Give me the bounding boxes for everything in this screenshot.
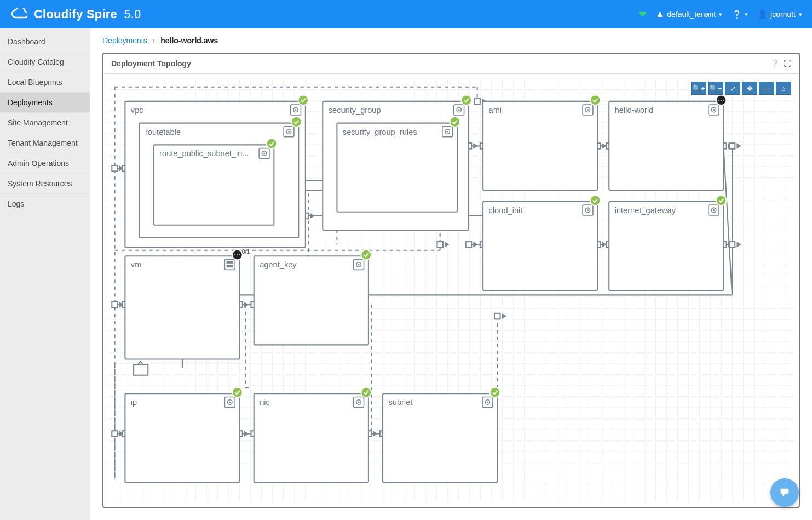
svg-point-71 [713,109,715,111]
help-fab[interactable] [770,478,799,507]
svg-rect-61 [483,101,597,190]
svg-rect-24 [729,242,735,247]
svg-text:subnet: subnet [389,398,413,407]
svg-point-59 [447,131,448,133]
cloudify-logo-icon [10,5,28,24]
node-security_group_rules[interactable]: security_group_rules [337,117,460,212]
sidebar-item-site-management[interactable]: Site Management [0,113,90,133]
svg-text:route_public_subnet_in...: route_public_subnet_in... [159,149,249,158]
node-ami[interactable]: ami [483,95,600,190]
widget-title: Deployment Topology [111,59,191,68]
svg-text:⋯: ⋯ [234,252,240,258]
svg-text:⋯: ⋯ [718,97,724,104]
svg-rect-5 [112,431,117,436]
svg-rect-88 [224,260,235,270]
node-internet_gateway[interactable]: internet_gateway [609,195,726,290]
svg-point-105 [232,387,243,398]
svg-rect-30 [494,313,500,319]
tenant-menu[interactable]: ♟ default_tenant [656,10,722,19]
health-icon[interactable]: ❤ [638,8,647,20]
svg-text:ami: ami [489,106,502,115]
svg-point-36 [298,95,308,105]
svg-rect-3 [112,302,117,307]
svg-rect-100 [125,393,239,482]
svg-point-41 [288,131,290,133]
svg-text:hello-world: hello-world [615,106,654,115]
tenant-icon: ♟ [656,10,664,19]
svg-point-54 [461,95,471,105]
svg-point-117 [490,387,500,398]
breadcrumb-root[interactable]: Deployments [102,36,147,45]
topbar: Cloudify Spire 5.0 ❤ ♟ default_tenant ❔ … [0,0,812,28]
widget-header: Deployment Topology ❔ ⛶ [103,54,799,74]
svg-point-84 [713,209,715,211]
widget-help-icon[interactable]: ❔ [770,59,779,68]
node-agent_key[interactable]: agent_key [254,250,371,345]
svg-point-53 [458,109,460,111]
svg-rect-27 [437,242,442,247]
brand-version: 5.0 [124,7,141,21]
zoom-in-button[interactable]: 🔍+ [691,82,706,95]
help-menu[interactable]: ❔ [732,10,748,19]
svg-text:ip: ip [131,398,137,407]
svg-text:0/1: 0/1 [242,249,250,255]
node-nic[interactable]: nic [254,387,371,483]
svg-rect-80 [609,202,723,290]
svg-point-79 [590,195,601,205]
content: Deployments › hello-world.aws Deployment… [90,28,812,520]
svg-rect-106 [254,393,368,482]
pan-button[interactable]: ✥ [742,82,757,95]
brand: Cloudify Spire 5.0 [34,7,141,21]
sidebar-item-admin-operations[interactable]: Admin Operations [0,153,90,174]
topology-canvas[interactable]: 🔍+ 🔍− ⤢ ✥ ▭ ⌂ vpcroutetableroute_public_… [108,78,794,502]
svg-text:vpc: vpc [131,106,143,115]
svg-rect-94 [254,256,368,345]
node-security_group[interactable]: security_groupsecurity_group_rules [323,95,471,230]
sidebar-item-system-resources[interactable]: System Resources [0,174,90,194]
svg-point-98 [358,264,360,265]
svg-rect-86 [125,256,239,359]
svg-point-85 [716,195,727,205]
svg-point-48 [267,139,277,149]
node-subnet[interactable]: subnet [383,387,500,483]
node-cloud_init[interactable]: cloud_init [483,195,600,290]
breadcrumb-sep: › [153,36,156,45]
sidebar-item-local-blueprints[interactable]: Local Blueprints [0,72,90,93]
node-route_public_subnet_in[interactable]: route_public_subnet_in... [154,139,277,225]
sidebar-item-logs[interactable]: Logs [0,194,90,214]
brand-main: Cloudify Spire [34,7,117,21]
node-vm[interactable]: vm⋯0/1 [125,249,250,359]
svg-rect-90 [227,265,234,267]
node-routetable[interactable]: routetableroute_public_subnet_in... [140,117,302,238]
topology-widget: Deployment Topology ❔ ⛶ 🔍+ 🔍− ⤢ ✥ ▭ ⌂ vp… [102,53,800,508]
breadcrumb-current: hello-world.aws [160,36,218,45]
widget-expand-icon[interactable]: ⛶ [784,59,791,68]
svg-text:agent_key: agent_key [260,260,297,269]
zoom-out-button[interactable]: 🔍− [708,82,723,95]
svg-point-42 [291,117,302,127]
svg-point-66 [590,95,601,105]
user-menu[interactable]: 👤 jcornutt [758,10,802,19]
svg-point-110 [358,401,360,403]
svg-text:security_group_rules: security_group_rules [343,128,417,136]
fit-button[interactable]: ⤢ [725,82,740,95]
svg-text:routetable: routetable [145,128,181,136]
sidebar-item-deployments[interactable]: Deployments [0,93,90,113]
svg-rect-55 [337,123,457,212]
svg-point-78 [587,209,589,211]
sidebar-item-cloudify-catalog[interactable]: Cloudify Catalog [0,52,90,72]
svg-rect-28 [474,99,480,104]
node-ip[interactable]: ip [125,387,242,483]
help-icon: ❔ [732,10,741,19]
sidebar-item-dashboard[interactable]: Dashboard [0,32,90,52]
select-button[interactable]: ▭ [759,82,774,95]
sidebar: DashboardCloudify CatalogLocal Blueprint… [0,28,90,520]
sidebar-item-tenant-management[interactable]: Tenant Management [0,133,90,153]
svg-point-99 [361,250,371,260]
reset-button[interactable]: ⌂ [776,82,791,95]
svg-point-116 [487,401,488,403]
node-vpc[interactable]: vpcroutetableroute_public_subnet_in... [125,95,308,247]
user-label: jcornutt [770,10,796,19]
svg-rect-1 [112,165,117,171]
node-hello_world[interactable]: hello-world⋯ [609,95,726,190]
